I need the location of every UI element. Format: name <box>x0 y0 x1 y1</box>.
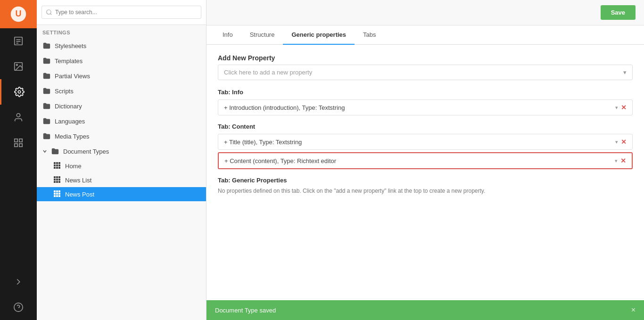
property-title-dropdown-arrow-icon[interactable]: ▾ <box>615 139 618 145</box>
dropdown-arrow-icon: ▾ <box>623 69 627 76</box>
svg-rect-11 <box>19 139 22 142</box>
generic-props-empty-text: No properties defined on this tab. Click… <box>218 188 633 194</box>
svg-point-7 <box>16 64 17 66</box>
sidebar-item-templates[interactable]: Templates <box>37 53 206 68</box>
main-content: Save Info Structure Generic properties T… <box>206 0 644 320</box>
app-logo[interactable]: U <box>0 0 37 28</box>
property-content-remove-icon[interactable]: ✕ <box>620 157 626 164</box>
property-content-actions: ▾ ✕ <box>615 157 626 164</box>
icon-bar: U <box>0 0 37 320</box>
packages-nav-item[interactable] <box>0 130 37 156</box>
sidebar-item-home[interactable]: Home <box>37 159 206 173</box>
property-title[interactable]: + Title (title), Type: Textstring ▾ ✕ <box>218 134 633 150</box>
tab-info-section: Tab: Info + Introduction (introduction),… <box>218 89 633 115</box>
sidebar-item-media-types-label: Media Types <box>55 133 89 140</box>
sidebar-item-templates-label: Templates <box>55 57 83 65</box>
sidebar-item-languages[interactable]: Languages <box>37 114 206 129</box>
svg-rect-10 <box>15 139 17 142</box>
users-nav-item[interactable] <box>0 105 37 130</box>
property-remove-icon[interactable]: ✕ <box>621 104 627 111</box>
svg-point-8 <box>18 90 21 93</box>
sidebar-section-label: SETTINGS <box>37 25 206 38</box>
doctype-icon-news-post <box>54 190 61 198</box>
sidebar-item-dictionary-label: Dictionary <box>55 103 82 110</box>
sidebar-item-home-label: Home <box>65 163 82 170</box>
svg-rect-12 <box>19 144 22 147</box>
tab-structure[interactable]: Structure <box>241 25 283 45</box>
property-introduction-label: + Introduction (introduction), Type: Tex… <box>224 104 615 111</box>
add-new-property-dropdown[interactable]: Click here to add a new property ▾ <box>218 65 633 80</box>
add-new-property-title: Add New Property <box>218 54 633 62</box>
add-new-property-placeholder: Click here to add a new property <box>224 69 312 76</box>
sidebar-search-container <box>37 0 206 25</box>
svg-point-14 <box>14 303 23 312</box>
svg-text:U: U <box>16 9 22 18</box>
settings-nav-item[interactable] <box>0 79 37 105</box>
doctype-icon-news-list <box>54 176 61 184</box>
sidebar: SETTINGS Stylesheets Templates Partial V… <box>37 0 206 320</box>
property-dropdown-arrow-icon[interactable]: ▾ <box>615 105 618 111</box>
search-input[interactable] <box>41 6 201 19</box>
notification-close-button[interactable]: × <box>631 306 636 314</box>
sidebar-item-news-list[interactable]: News List <box>37 173 206 187</box>
tab-info-title: Tab: Info <box>218 89 633 96</box>
sidebar-item-news-list-label: News List <box>65 177 91 184</box>
help-nav-item[interactable] <box>0 295 37 320</box>
add-new-property-section: Add New Property Click here to add a new… <box>218 54 633 80</box>
tab-info[interactable]: Info <box>214 25 241 45</box>
svg-point-9 <box>17 114 20 117</box>
tab-generic-props-title: Tab: Generic Properties <box>218 177 633 184</box>
tab-tabs[interactable]: Tabs <box>355 25 384 45</box>
sidebar-item-document-types[interactable]: Document Types <box>37 144 206 159</box>
tab-content-title: Tab: Content <box>218 123 633 130</box>
property-introduction-actions: ▾ ✕ <box>615 104 627 111</box>
sidebar-item-media-types[interactable]: Media Types <box>37 129 206 144</box>
notification-bar: Document Type saved × <box>206 300 644 320</box>
tab-content-section: Tab: Content + Title (title), Type: Text… <box>218 123 633 169</box>
sidebar-item-scripts[interactable]: Scripts <box>37 83 206 98</box>
property-introduction[interactable]: + Introduction (introduction), Type: Tex… <box>218 99 633 115</box>
property-title-remove-icon[interactable]: ✕ <box>621 138 627 146</box>
save-button[interactable]: Save <box>601 5 636 20</box>
content-nav-item[interactable] <box>0 28 37 54</box>
tab-generic-properties[interactable]: Generic properties <box>283 25 355 45</box>
main-topbar: Save <box>206 0 644 25</box>
sidebar-item-document-types-label: Document Types <box>63 148 109 155</box>
sidebar-item-partial-views[interactable]: Partial Views <box>37 68 206 83</box>
tab-generic-props-section: Tab: Generic Properties No properties de… <box>218 177 633 194</box>
sidebar-item-stylesheets[interactable]: Stylesheets <box>37 38 206 53</box>
tabs-bar: Info Structure Generic properties Tabs <box>206 25 644 45</box>
svg-rect-2 <box>15 37 23 45</box>
sidebar-item-news-post-label: News Post <box>65 191 94 198</box>
property-title-actions: ▾ ✕ <box>615 138 627 146</box>
sidebar-item-news-post[interactable]: News Post <box>37 187 206 201</box>
doctype-icon-home <box>54 162 61 170</box>
sidebar-item-partial-views-label: Partial Views <box>55 73 90 80</box>
deploy-nav-item[interactable] <box>0 269 37 295</box>
svg-rect-13 <box>15 144 17 147</box>
sidebar-item-scripts-label: Scripts <box>55 88 74 95</box>
sidebar-item-languages-label: Languages <box>55 118 85 125</box>
sidebar-item-dictionary[interactable]: Dictionary <box>37 98 206 114</box>
content-area: Add New Property Click here to add a new… <box>206 45 644 320</box>
property-content-dropdown-arrow-icon[interactable]: ▾ <box>615 158 618 164</box>
media-nav-item[interactable] <box>0 54 37 79</box>
property-content-label: + Content (content), Type: Richtext edit… <box>224 157 615 164</box>
sidebar-item-stylesheets-label: Stylesheets <box>55 42 86 49</box>
property-title-label: + Title (title), Type: Textstring <box>224 139 615 146</box>
property-content[interactable]: + Content (content), Type: Richtext edit… <box>218 152 633 169</box>
notification-text: Document Type saved <box>215 307 276 314</box>
